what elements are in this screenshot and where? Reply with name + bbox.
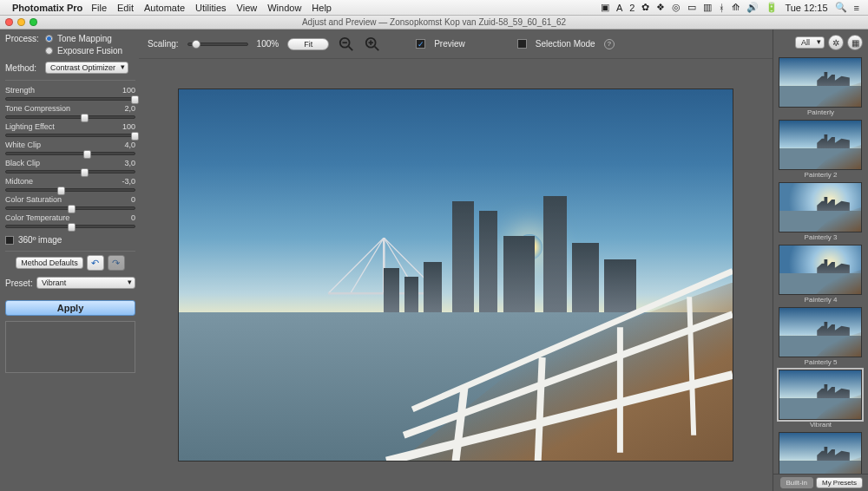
zoom-in-button[interactable] [364, 36, 381, 53]
radio-exposure-fusion-label[interactable]: Exposure Fusion [57, 46, 122, 56]
svg-line-14 [538, 357, 542, 462]
preview-checkbox[interactable]: ✓ [416, 39, 425, 49]
menu-window[interactable]: Window [267, 3, 301, 13]
selection-mode-label[interactable]: Selection Mode [536, 39, 595, 49]
preset-grid-button[interactable]: ▦ [847, 35, 863, 50]
preset-thumb[interactable] [779, 120, 862, 170]
radio-exposure-fusion[interactable] [45, 47, 53, 55]
status-icon: ▣ [601, 2, 609, 13]
radio-tone-mapping[interactable] [45, 35, 53, 43]
svg-line-4 [375, 46, 379, 50]
preset-thumb-label: Painterly 3 [779, 233, 863, 241]
slider-label: Color Saturation [5, 195, 62, 204]
undo-button[interactable]: ↶ [87, 255, 104, 271]
svg-line-16 [689, 297, 694, 435]
close-button[interactable] [5, 18, 13, 26]
scaling-label: Scaling: [148, 39, 179, 49]
preset-thumb[interactable] [779, 245, 862, 295]
menu-edit[interactable]: Edit [117, 3, 134, 13]
checkbox-360[interactable] [5, 236, 14, 245]
method-defaults-button[interactable]: Method Defaults [16, 257, 83, 269]
apply-button[interactable]: Apply [5, 300, 135, 316]
slider-value: 0 [131, 213, 135, 222]
slider-value: -3,0 [122, 177, 135, 186]
method-label: Method: [5, 63, 45, 73]
slider-color saturation[interactable] [5, 206, 135, 210]
tab-builtin[interactable]: Built-in [780, 477, 813, 488]
slider-value: 4,0 [124, 141, 135, 149]
preset-thumb-label: Painterly 4 [779, 296, 863, 304]
preset-thumb[interactable] [779, 57, 862, 108]
menu-help[interactable]: Help [312, 3, 332, 13]
slider-value: 0 [131, 195, 135, 204]
menu-view[interactable]: View [237, 3, 258, 13]
status-icon: ✿ [641, 2, 649, 13]
preset-dropdown[interactable]: Vibrant [36, 277, 135, 289]
scaling-value: 100% [257, 39, 279, 49]
help-icon[interactable]: ? [604, 39, 615, 49]
slider-tone compression[interactable] [5, 115, 135, 119]
slider-label: Color Temperature [5, 213, 69, 222]
window-titlebar: Adjust and Preview — Zonsopkomst Kop van… [0, 16, 868, 29]
status-icon: A [616, 3, 622, 13]
menu-file[interactable]: File [91, 3, 107, 13]
slider-lighting effect[interactable] [5, 134, 135, 137]
fit-button[interactable]: Fit [287, 38, 329, 50]
app-name[interactable]: Photomatix Pro [12, 3, 82, 13]
preset-thumb[interactable] [779, 370, 862, 420]
preview-area: Scaling: 100% Fit ✓ Preview ✓ Selection … [139, 29, 773, 491]
slider-value: 100 [122, 86, 135, 95]
zoom-out-button[interactable] [338, 36, 355, 53]
slider-label: Lighting Effect [5, 122, 55, 131]
tab-my-presets[interactable]: My Presets [816, 477, 863, 488]
slider-value: 3,0 [124, 159, 135, 167]
slider-black clip[interactable] [5, 170, 135, 173]
preview-checkbox-label[interactable]: Preview [434, 39, 465, 49]
slider-label: Midtone [5, 177, 33, 186]
preview-toolbar: Scaling: 100% Fit ✓ Preview ✓ Selection … [139, 29, 773, 59]
checkbox-360-label[interactable]: 360º image [18, 235, 62, 245]
wifi-icon: ⟰ [732, 2, 740, 13]
preset-thumb[interactable] [779, 432, 862, 474]
process-label: Process: [5, 34, 45, 43]
spotlight-icon[interactable]: 🔍 [835, 2, 847, 13]
status-icon: ◎ [672, 2, 681, 13]
radio-tone-mapping-label[interactable]: Tone Mapping [57, 34, 112, 43]
menu-utilities[interactable]: Utilities [195, 3, 226, 13]
menu-extra-icon[interactable]: ≡ [854, 3, 859, 13]
status-icon: ▭ [687, 2, 696, 13]
preset-refresh-button[interactable]: ✲ [828, 35, 844, 50]
slider-label: White Clip [5, 141, 41, 149]
selection-mode-checkbox[interactable]: ✓ [517, 39, 527, 49]
slider-midtone[interactable] [5, 188, 135, 192]
window-controls [0, 18, 37, 26]
info-box [5, 321, 135, 373]
zoom-button[interactable] [30, 18, 37, 26]
preset-thumb-label: Painterly [779, 108, 863, 116]
method-dropdown[interactable]: Contrast Optimizer [45, 62, 128, 74]
preset-thumb-label: Painterly 5 [779, 358, 863, 366]
preset-filter-dropdown[interactable]: All [795, 36, 825, 49]
preview-image[interactable] [178, 88, 733, 462]
slider-strength[interactable] [5, 97, 135, 101]
slider-label: Strength [5, 86, 35, 95]
preset-thumb[interactable] [779, 182, 862, 232]
status-icon: ❖ [656, 2, 665, 13]
slider-white clip[interactable] [5, 152, 135, 155]
minimize-button[interactable] [17, 18, 25, 26]
menu-automate[interactable]: Automate [144, 3, 185, 13]
scaling-slider[interactable] [187, 43, 248, 46]
preset-thumbnails: PainterlyPainterly 2Painterly 3Painterly… [773, 56, 868, 474]
preset-label: Preset: [5, 278, 36, 288]
status-icon: ▥ [703, 2, 712, 13]
battery-icon: 🔋 [766, 2, 778, 13]
slider-value: 100 [122, 122, 135, 131]
slider-label: Tone Compression [5, 104, 70, 113]
preset-thumb[interactable] [779, 307, 862, 357]
bluetooth-icon: ᚼ [719, 3, 725, 13]
preset-thumb-label: Vibrant [779, 421, 863, 429]
slider-color temperature[interactable] [5, 225, 135, 228]
redo-button[interactable]: ↷ [108, 255, 125, 271]
svg-line-1 [349, 46, 353, 50]
clock: Tue 12:15 [785, 3, 827, 13]
